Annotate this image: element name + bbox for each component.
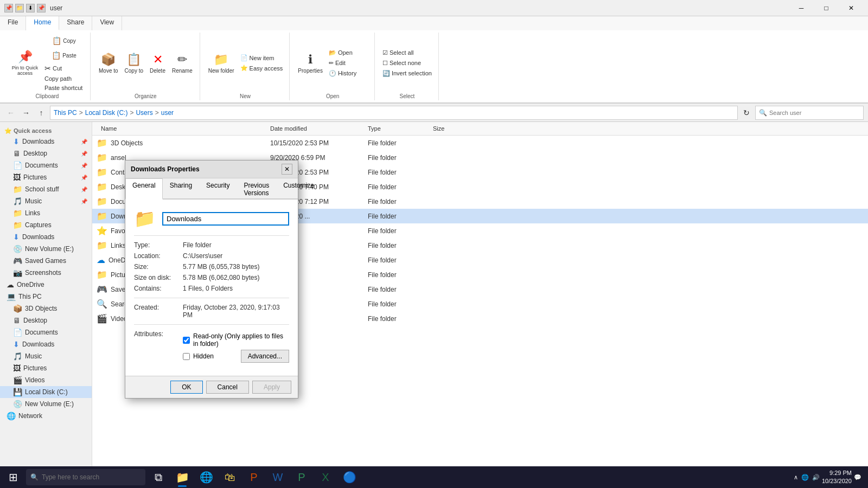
paste-shortcut-button[interactable]: Paste shortcut <box>42 84 86 92</box>
properties-button[interactable]: ℹ Properties <box>295 48 326 78</box>
sidebar-item-videos-pc[interactable]: 🎬 Videos <box>0 374 92 386</box>
tab-share[interactable]: Share <box>59 16 92 30</box>
back-button[interactable]: ← <box>4 106 17 119</box>
hidden-checkbox[interactable] <box>183 353 190 360</box>
pin-icon[interactable]: 📌 <box>37 4 46 12</box>
advanced-button[interactable]: Advanced... <box>241 350 289 363</box>
table-row[interactable]: 📁3D Objects 10/15/2020 2:53 PM File fold… <box>92 136 868 150</box>
maximize-button[interactable]: □ <box>814 0 839 16</box>
sidebar-item-pictures-qa[interactable]: 🖼 Pictures 📌 <box>0 171 92 183</box>
taskbar-excel[interactable]: X <box>315 466 336 488</box>
dialog-tab-general[interactable]: General <box>125 178 163 200</box>
sidebar-item-documents-pc[interactable]: 📄 Documents <box>0 326 92 338</box>
copy-to-button[interactable]: 📋 Copy to <box>122 48 146 78</box>
close-button[interactable]: ✕ <box>839 0 864 16</box>
apply-button[interactable]: Apply <box>252 381 291 394</box>
cut-button[interactable]: ✂ Cut <box>42 63 86 74</box>
col-type[interactable]: Type <box>363 124 429 133</box>
sidebar-item-documents-qa[interactable]: 📄 Documents 📌 <box>0 159 92 171</box>
readonly-checkbox[interactable] <box>183 337 190 344</box>
sidebar-item-music-qa[interactable]: 🎵 Music 📌 <box>0 195 92 207</box>
rename-button[interactable]: ✏ Rename <box>169 48 195 78</box>
tab-home[interactable]: Home <box>26 16 59 30</box>
copy-path-button[interactable]: Copy path <box>42 74 86 83</box>
notification-icon[interactable]: 💬 <box>854 474 861 481</box>
sidebar-item-localdisk[interactable]: 💾 Local Disk (C:) <box>0 386 92 398</box>
sidebar-item-savedgames[interactable]: 🎮 Saved Games <box>0 255 92 267</box>
dialog-close-button[interactable]: ✕ <box>282 164 292 175</box>
ok-button[interactable]: OK <box>170 381 202 394</box>
tray-network[interactable]: 🌐 <box>801 474 809 481</box>
taskbar-chrome[interactable]: 🔵 <box>339 466 360 488</box>
window-icon-1[interactable]: 📌 <box>4 4 13 12</box>
cancel-button[interactable]: Cancel <box>206 381 249 394</box>
taskbar-store[interactable]: 🛍 <box>219 466 241 488</box>
taskbar-search[interactable]: 🔍 <box>26 469 145 485</box>
sidebar-item-music-pc[interactable]: 🎵 Music <box>0 350 92 362</box>
taskbar-edge[interactable]: 🌐 <box>195 466 217 488</box>
sidebar-item-pictures-pc[interactable]: 🖼 Pictures <box>0 362 92 374</box>
dialog-tab-sharing[interactable]: Sharing <box>163 178 199 200</box>
taskbar-word[interactable]: W <box>267 466 289 488</box>
invert-selection-button[interactable]: 🔄 Invert selection <box>380 69 434 78</box>
minimize-button[interactable]: ─ <box>789 0 814 16</box>
tab-file[interactable]: File <box>0 16 26 30</box>
search-box[interactable]: 🔍 <box>755 106 864 120</box>
sidebar-item-schoolstuff-qa[interactable]: 📁 School stuff 📌 <box>0 183 92 195</box>
paste-button[interactable]: 📋 Paste <box>42 48 86 62</box>
sidebar-item-newvolume-pc[interactable]: 💿 New Volume (E:) <box>0 398 92 410</box>
quick-access-icon[interactable]: ⬇ <box>26 4 35 12</box>
new-folder-button[interactable]: 📁 New folder <box>206 48 237 78</box>
sidebar-item-network[interactable]: 🌐 Network <box>0 410 92 422</box>
col-name[interactable]: Name <box>92 124 266 133</box>
tray-arrow[interactable]: ∧ <box>794 474 798 481</box>
new-item-button[interactable]: 📄 New item <box>238 53 285 62</box>
refresh-button[interactable]: ↻ <box>740 106 753 119</box>
breadcrumb-localdisk[interactable]: Local Disk (C:) <box>85 109 128 117</box>
col-size[interactable]: Size <box>429 124 483 133</box>
taskbar-search-input[interactable] <box>42 473 141 481</box>
search-input[interactable] <box>769 110 860 116</box>
delete-button[interactable]: ✕ Delete <box>147 48 168 78</box>
sidebar-item-newvolume[interactable]: 💿 New Volume (E:) <box>0 243 92 255</box>
move-to-button[interactable]: 📦 Move to <box>96 48 121 78</box>
dialog-tab-previous-versions[interactable]: Previous Versions <box>237 178 276 200</box>
open-button[interactable]: 📂 Open <box>327 48 370 57</box>
col-date[interactable]: Date modified <box>266 124 363 133</box>
start-button[interactable]: ⊞ <box>2 466 24 488</box>
sidebar-item-downloads-pc[interactable]: ⬇ Downloads <box>0 338 92 350</box>
sidebar-item-desktop-pc[interactable]: 🖥 Desktop <box>0 314 92 326</box>
breadcrumb-users[interactable]: Users <box>136 109 152 117</box>
taskbar-fileexplorer[interactable]: 📁 <box>171 466 193 488</box>
sidebar-item-screenshots[interactable]: 📷 Screenshots <box>0 267 92 279</box>
taskbar-powerpoint[interactable]: P <box>243 466 265 488</box>
sidebar-item-3dobjects[interactable]: 📦 3D Objects <box>0 303 92 314</box>
tab-view[interactable]: View <box>92 16 122 30</box>
folder-name-input[interactable] <box>162 212 289 226</box>
easy-access-button[interactable]: ⭐ Easy access <box>238 63 285 73</box>
sidebar-item-downloads2[interactable]: ⬇ Downloads <box>0 231 92 243</box>
sidebar-item-thispc[interactable]: 💻 This PC <box>0 291 92 303</box>
sidebar-item-captures[interactable]: 📁 Captures <box>0 219 92 231</box>
select-all-button[interactable]: ☑ Select all <box>380 48 434 57</box>
sidebar-item-downloads-qa[interactable]: ⬇ Downloads 📌 <box>0 136 92 147</box>
taskbar-publisher[interactable]: P <box>291 466 312 488</box>
select-none-button[interactable]: ☐ Select none <box>380 59 434 68</box>
dialog-tab-security[interactable]: Security <box>199 178 237 200</box>
up-button[interactable]: ↑ <box>35 106 48 119</box>
edit-button[interactable]: ✏ Edit <box>327 59 370 68</box>
dialog-tab-customize[interactable]: Customize <box>276 178 321 200</box>
address-path[interactable]: This PC > Local Disk (C:) > Users > user <box>50 106 738 120</box>
breadcrumb-thispc[interactable]: This PC <box>54 109 77 117</box>
sidebar-item-onedrive[interactable]: ☁ OneDrive <box>0 279 92 291</box>
copy-button[interactable]: 📋 Copy <box>42 34 86 48</box>
taskbar-clock[interactable]: 9:29 PM 10/23/2020 <box>822 469 852 486</box>
sidebar-item-desktop-qa[interactable]: 🖥 Desktop 📌 <box>0 147 92 159</box>
sidebar-item-links[interactable]: 📁 Links <box>0 207 92 219</box>
taskbar-taskview[interactable]: ⧉ <box>148 466 169 488</box>
window-icon-2[interactable]: 📁 <box>15 4 24 12</box>
tray-volume[interactable]: 🔊 <box>812 474 820 481</box>
history-button[interactable]: 🕐 History <box>327 69 370 78</box>
forward-button[interactable]: → <box>20 106 33 119</box>
pin-to-quick-access-button[interactable]: 📌 Pin to Quick access <box>9 48 41 78</box>
